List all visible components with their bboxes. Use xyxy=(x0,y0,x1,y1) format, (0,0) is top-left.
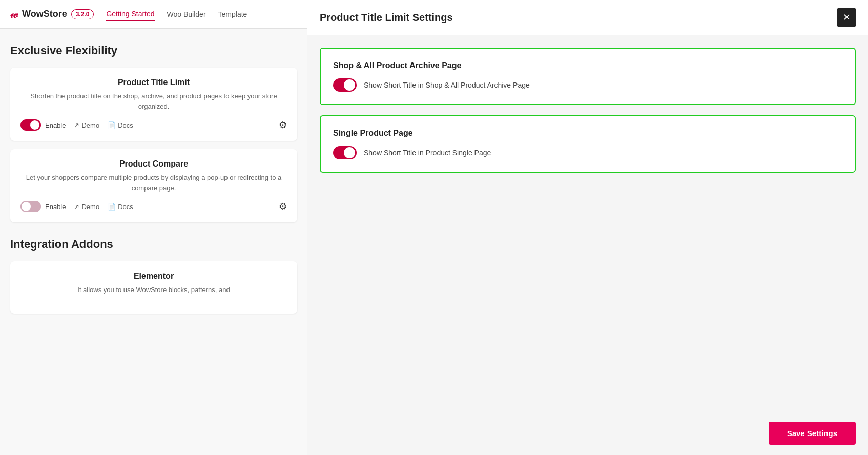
gear-icon-2[interactable]: ⚙ xyxy=(279,201,287,212)
modal-body: Shop & All Product Archive Page Show Sho… xyxy=(307,35,868,411)
nav-getting-started[interactable]: Getting Started xyxy=(106,8,154,21)
background-content: Exclusive Flexibility Product Title Limi… xyxy=(0,29,307,337)
external-link-icon-1: ↗ xyxy=(74,121,79,129)
shop-archive-section: Shop & All Product Archive Page Show Sho… xyxy=(320,48,856,105)
single-product-title: Single Product Page xyxy=(333,129,842,138)
modal-title: Product Title Limit Settings xyxy=(320,12,453,24)
enable-toggle-2[interactable] xyxy=(20,201,41,212)
enable-label-2: Enable xyxy=(45,203,66,211)
settings-modal: Product Title Limit Settings ✕ Shop & Al… xyxy=(307,0,868,455)
section2-title: Integration Addons xyxy=(10,238,297,251)
product-title-limit-title: Product Title Limit xyxy=(20,78,287,87)
external-link-icon-2: ↗ xyxy=(74,203,79,211)
enable-toggle-wrap-2: Enable xyxy=(20,201,66,212)
elementor-title: Elementor xyxy=(20,272,287,281)
card-footer-2: Enable ↗ Demo 📄 Docs ⚙ xyxy=(20,201,287,212)
logo-text: WowStore xyxy=(22,9,67,19)
version-badge: 3.2.0 xyxy=(71,9,94,19)
logo-icon: 𝓌 xyxy=(10,8,18,21)
product-compare-desc: Let your shoppers compare multiple produ… xyxy=(20,173,287,193)
shop-archive-toggle[interactable] xyxy=(333,78,357,92)
modal-header: Product Title Limit Settings ✕ xyxy=(307,0,868,35)
enable-toggle-1[interactable] xyxy=(20,119,41,131)
docs-icon-2: 📄 xyxy=(108,203,116,211)
single-product-section: Single Product Page Show Short Title in … xyxy=(320,115,856,173)
shop-archive-title: Shop & All Product Archive Page xyxy=(333,61,842,70)
product-compare-title: Product Compare xyxy=(20,159,287,169)
docs-link-1[interactable]: 📄 Docs xyxy=(108,121,133,129)
single-product-label: Show Short Title in Product Single Page xyxy=(364,149,491,157)
modal-footer: Save Settings xyxy=(307,411,868,455)
product-title-limit-desc: Shorten the product title on the shop, a… xyxy=(20,91,287,111)
product-title-limit-card: Product Title Limit Shorten the product … xyxy=(10,68,297,141)
save-settings-button[interactable]: Save Settings xyxy=(769,422,856,445)
product-compare-card: Product Compare Let your shoppers compar… xyxy=(10,149,297,222)
enable-label-1: Enable xyxy=(45,121,66,129)
docs-link-2[interactable]: 📄 Docs xyxy=(108,203,133,211)
single-product-row: Show Short Title in Product Single Page xyxy=(333,146,842,159)
nav-woo-builder[interactable]: Woo Builder xyxy=(167,8,206,20)
logo: 𝓌 WowStore 3.2.0 xyxy=(10,8,94,21)
card-footer-1: Enable ↗ Demo 📄 Docs ⚙ xyxy=(20,119,287,131)
modal-overlay: Product Title Limit Settings ✕ Shop & Al… xyxy=(307,0,868,455)
section1-title: Exclusive Flexibility xyxy=(10,44,297,57)
shop-archive-label: Show Short Title in Shop & All Product A… xyxy=(364,81,530,89)
elementor-card: Elementor It allows you to use WowStore … xyxy=(10,261,297,314)
background-page: 𝓌 WowStore 3.2.0 Getting Started Woo Bui… xyxy=(0,0,307,455)
enable-toggle-wrap-1: Enable xyxy=(20,119,66,131)
shop-archive-row: Show Short Title in Shop & All Product A… xyxy=(333,78,842,92)
docs-icon-1: 📄 xyxy=(108,121,116,129)
nav-template[interactable]: Template xyxy=(218,8,247,20)
close-button[interactable]: ✕ xyxy=(837,8,856,27)
top-nav: 𝓌 WowStore 3.2.0 Getting Started Woo Bui… xyxy=(0,0,307,29)
gear-icon-1[interactable]: ⚙ xyxy=(279,119,287,131)
demo-link-2[interactable]: ↗ Demo xyxy=(74,203,99,211)
demo-link-1[interactable]: ↗ Demo xyxy=(74,121,99,129)
elementor-desc: It allows you to use WowStore blocks, pa… xyxy=(20,285,287,295)
single-product-toggle[interactable] xyxy=(333,146,357,159)
